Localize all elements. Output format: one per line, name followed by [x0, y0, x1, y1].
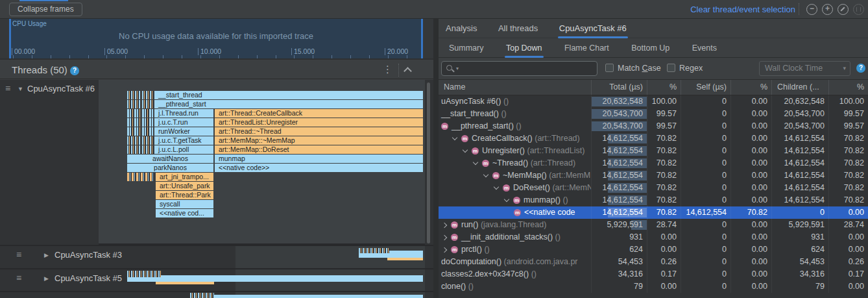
- column-header-self[interactable]: Self (µs): [681, 80, 731, 95]
- flame-box[interactable]: __start_thread: [154, 91, 423, 99]
- match-case-checkbox[interactable]: Match Case: [605, 64, 661, 73]
- cell-name: __start_thread() (): [439, 108, 592, 120]
- clear-thread-event-selection-link[interactable]: Clear thread/event selection: [690, 5, 795, 14]
- threads-list: ≡ ▼ CpuAsyncTask #6 ≡ ▶ CpuAsyncTask #3 …: [0, 80, 433, 298]
- flame-box[interactable]: j.u.c.T.run: [154, 118, 213, 127]
- triangle-right-icon[interactable]: ▶: [44, 275, 49, 282]
- cell-name: m__pthread_start() (): [439, 120, 592, 132]
- table-row[interactable]: m__pthread_start() ()20,543,70099.5700.0…: [439, 120, 868, 132]
- panel-divider[interactable]: [433, 19, 439, 298]
- regex-checkbox[interactable]: Regex: [667, 64, 703, 73]
- table-row[interactable]: m~Thread() (art::Thread)14,612,55470.820…: [439, 157, 868, 169]
- checkbox-icon[interactable]: [605, 64, 614, 72]
- table-row[interactable]: m__init_additional_stacks() ()9310.0000.…: [439, 231, 868, 243]
- column-header-children-pct[interactable]: %: [829, 80, 868, 95]
- triangle-down-icon[interactable]: ▼: [18, 86, 23, 92]
- tab-summary[interactable]: Summary: [448, 38, 485, 58]
- filter-toolbar: ▾ Match Case Regex Wall Clock Time ▾ ?: [439, 58, 868, 80]
- tab-cpuasynctask-6[interactable]: CpuAsyncTask #6: [558, 19, 628, 38]
- table-row[interactable]: __start_thread() ()20,543,70099.5700.002…: [439, 108, 868, 120]
- help-icon[interactable]: ?: [70, 66, 79, 75]
- flame-box[interactable]: art::ThreadList::Unregister: [215, 118, 423, 127]
- chevron-down-icon[interactable]: [504, 197, 509, 202]
- tab-flame-chart[interactable]: Flame Chart: [563, 38, 610, 58]
- chevron-down-icon[interactable]: [463, 147, 468, 153]
- flame-box[interactable]: art_jni_trampo...: [156, 173, 213, 181]
- flame-box[interactable]: munmap: [215, 155, 423, 163]
- checkbox-icon[interactable]: [667, 64, 675, 72]
- column-header-total[interactable]: Total (µs): [592, 80, 647, 95]
- table-row[interactable]: clone() ()790.0000.00790.00: [439, 280, 868, 293]
- flame-box[interactable]: __pthread_start: [154, 100, 423, 108]
- thread-name[interactable]: CpuAsyncTask #6: [27, 84, 95, 93]
- zoom-out-icon[interactable]: −: [806, 4, 817, 15]
- table-row[interactable]: m~MemMap() (art::MemM14,612,55470.8200.0…: [439, 169, 868, 182]
- table-row[interactable]: mCreateCallback() (art::Thread)14,612,55…: [439, 132, 868, 145]
- flame-box[interactable]: runWorker: [154, 127, 213, 136]
- drag-handle-icon[interactable]: ≡: [16, 273, 21, 283]
- flame-box[interactable]: j.u.c.L.poll: [154, 145, 213, 154]
- search-box[interactable]: ▾: [441, 61, 597, 76]
- thread-name[interactable]: CpuAsyncTask #5: [54, 273, 122, 283]
- flame-box[interactable]: art::Thread::Park: [156, 191, 213, 199]
- clock-type-dropdown[interactable]: Wall Clock Time ▾: [759, 61, 850, 76]
- kebab-menu-icon[interactable]: ⋮: [383, 64, 392, 75]
- table-row[interactable]: m<<native code14,612,55470.8214,612,5547…: [439, 206, 868, 219]
- triangle-right-icon[interactable]: ▶: [44, 252, 49, 258]
- flame-box[interactable]: j.u.c.T.getTask: [154, 136, 213, 145]
- flame-box[interactable]: art::Thread::~Thread: [215, 127, 423, 136]
- chevron-down-icon[interactable]: [452, 135, 457, 140]
- flame-activity-stripes: [127, 91, 140, 99]
- flame-box[interactable]: art::Unsafe_park: [156, 182, 213, 190]
- chevron-down-icon[interactable]: [483, 172, 488, 177]
- search-options-caret-icon[interactable]: ▾: [456, 66, 459, 71]
- flame-box[interactable]: syscall: [156, 200, 213, 208]
- reset-zoom-icon[interactable]: [838, 4, 849, 15]
- chevron-right-icon[interactable]: [442, 235, 447, 240]
- tab-analysis[interactable]: Analysis: [444, 19, 478, 38]
- zoom-in-icon[interactable]: +: [822, 4, 833, 15]
- table-row[interactable]: mDoReset() (art::MemN14,612,55470.8200.0…: [439, 182, 868, 194]
- table-row[interactable]: mprctl() ()6240.0000.006240.00: [439, 243, 868, 256]
- flame-box[interactable]: <<native code>>: [215, 164, 423, 172]
- drag-handle-icon[interactable]: ≡: [16, 249, 21, 260]
- table-row[interactable]: classes2.dex+0x347c8() ()34,3160.1700.00…: [439, 268, 868, 280]
- help-icon[interactable]: ?: [856, 64, 865, 73]
- cell-self: 0: [681, 280, 731, 293]
- tab-bottom-up[interactable]: Bottom Up: [630, 38, 671, 58]
- chevron-down-icon[interactable]: [473, 160, 478, 165]
- flame-box[interactable]: j.l.Thread.run: [154, 109, 213, 118]
- column-header-name[interactable]: Name: [439, 80, 592, 95]
- chevron-down-icon[interactable]: [494, 184, 499, 190]
- chevron-right-icon[interactable]: [442, 247, 447, 253]
- collapse-section-icon[interactable]: [404, 67, 412, 75]
- flame-box[interactable]: awaitNanos: [127, 155, 213, 163]
- mini-track-bar: [190, 295, 423, 298]
- flame-box[interactable]: art::Thread::CreateCallback: [215, 109, 423, 118]
- tab-all-threads[interactable]: All threads: [497, 19, 539, 38]
- table-row[interactable]: mUnregister() (art::ThreadList)14,612,55…: [439, 145, 868, 157]
- tab-events[interactable]: Events: [691, 38, 718, 58]
- flame-box[interactable]: parkNanos: [127, 164, 213, 172]
- table-row[interactable]: uAsyncTask #6() ()20,632,548100.0000.002…: [439, 95, 868, 108]
- search-input[interactable]: [462, 64, 593, 73]
- chevron-right-icon[interactable]: [442, 223, 447, 228]
- vertical-scrollbar[interactable]: [427, 82, 430, 243]
- table-row[interactable]: mrun() (java.lang.Thread)5,929,59128.740…: [439, 219, 868, 231]
- table-row[interactable]: mmunmap() ()14,612,55470.8200.0014,612,5…: [439, 194, 868, 206]
- cell-total: 20,632,548: [592, 95, 647, 108]
- cell-self-pct: 0.00: [731, 219, 772, 231]
- drag-handle-icon[interactable]: ≡: [5, 83, 10, 93]
- collapse-frames-button[interactable]: Collapse frames: [9, 3, 82, 16]
- flame-box[interactable]: <<native cod...: [156, 209, 213, 217]
- flame-box[interactable]: art::MemMap::~MemMap: [215, 136, 423, 145]
- column-header-total-pct[interactable]: %: [647, 80, 681, 95]
- cpu-usage-track[interactable]: CPU Usage No CPU usage data available fo…: [9, 19, 423, 58]
- table-row[interactable]: doComputation() (android.com.java.pr54,4…: [439, 256, 868, 268]
- column-header-children[interactable]: Children (...: [772, 80, 829, 95]
- tab-top-down[interactable]: Top Down: [505, 38, 544, 58]
- flame-box[interactable]: art::MemMap::DoReset: [215, 145, 423, 154]
- column-header-self-pct[interactable]: %: [731, 80, 772, 95]
- cell-children-pct: 0.17: [829, 268, 868, 280]
- thread-name[interactable]: CpuAsyncTask #3: [54, 250, 122, 260]
